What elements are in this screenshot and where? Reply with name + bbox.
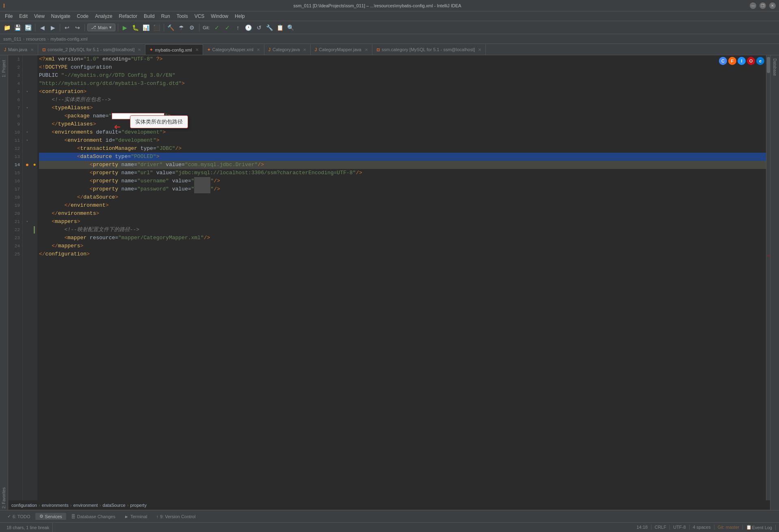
git-revert-btn[interactable]: ↺: [255, 23, 264, 32]
services-label: Services: [45, 514, 62, 519]
status-encoding[interactable]: UTF-8: [670, 525, 689, 530]
run-button[interactable]: ▶: [121, 23, 130, 32]
close-button[interactable]: ✕: [769, 2, 776, 9]
menu-build[interactable]: Build: [141, 13, 158, 20]
git-stash-btn[interactable]: 🔧: [265, 23, 274, 32]
edge-icon[interactable]: e: [756, 57, 764, 65]
git-push-btn[interactable]: ✓: [223, 23, 232, 32]
status-line-sep[interactable]: CRLF: [651, 525, 670, 530]
tab-close-main-java[interactable]: ✕: [30, 48, 34, 52]
git-commit-btn[interactable]: ✓: [212, 23, 221, 32]
toolbar-back-btn[interactable]: ◀: [38, 23, 47, 32]
tab-category-java[interactable]: J Category.java ✕: [264, 44, 311, 55]
window-title: ssm_011 [D:\IdeaProjects\ssm_011] – ...\…: [5, 3, 750, 8]
bookmark-icon: ●: [33, 161, 36, 169]
minimize-button[interactable]: —: [750, 2, 756, 9]
toolbar-sync-btn[interactable]: 🔄: [24, 23, 32, 32]
tab-main-java[interactable]: J Main.java ✕: [0, 44, 38, 55]
bottom-tab-db-changes[interactable]: 🗄 Database Changes: [67, 513, 119, 520]
tab-console2[interactable]: ⊡ console_2 [MySQL for 5.1 - ssm@localho…: [38, 44, 145, 55]
path-file[interactable]: mybatis-config.xml: [50, 37, 87, 41]
bottom-tab-version-control[interactable]: ↑ 9: Version Control: [152, 513, 199, 520]
line-num-24: 24: [8, 242, 20, 250]
menu-vcs[interactable]: VCS: [191, 13, 208, 20]
debug-button[interactable]: 🐛: [131, 23, 140, 32]
coverage-btn[interactable]: ☂: [177, 23, 186, 32]
menu-view[interactable]: View: [31, 13, 48, 20]
tab-close-ssm-category[interactable]: ✕: [478, 48, 481, 52]
menu-refactor[interactable]: Refactor: [116, 13, 141, 20]
menu-analyze[interactable]: Analyze: [92, 13, 116, 20]
path-resources[interactable]: resources: [26, 37, 45, 41]
line-num-11: 11: [8, 136, 20, 145]
tab-ssm-category[interactable]: ⊡ ssm.category [MySQL for 5.1 - ssm@loca…: [372, 44, 486, 55]
toolbar-redo-btn[interactable]: ↪: [73, 23, 82, 32]
breakpoint-icon: ●: [26, 161, 29, 169]
v-scrollbar[interactable]: [766, 55, 770, 500]
bc-environment[interactable]: environment: [73, 503, 98, 508]
bc-datasource[interactable]: dataSource: [103, 503, 126, 508]
bottom-tab-terminal[interactable]: ► Terminal: [120, 513, 151, 520]
menu-tools[interactable]: Tools: [173, 13, 191, 20]
settings-btn[interactable]: ⚙: [188, 23, 197, 32]
branch-selector[interactable]: ⎇ Main ▾: [87, 24, 115, 31]
bottom-tab-todo[interactable]: ✓ 6: TODO: [3, 513, 35, 520]
opera-icon[interactable]: O: [747, 57, 755, 65]
menu-run[interactable]: Run: [158, 13, 173, 20]
bc-property[interactable]: property: [130, 503, 147, 508]
menu-window[interactable]: Window: [208, 13, 232, 20]
bc-configuration[interactable]: configuration: [11, 503, 37, 508]
gutter-17: [23, 185, 32, 193]
toolbar-undo-btn[interactable]: ↩: [63, 23, 71, 32]
vc-icon: ↑: [156, 514, 158, 519]
status-git[interactable]: Git: master: [714, 525, 743, 530]
bc-environments[interactable]: environments: [42, 503, 69, 508]
toolbar-project-btn[interactable]: 📁: [2, 23, 11, 32]
g2-7: [32, 104, 37, 112]
scroll-thumb[interactable]: [767, 57, 770, 73]
git-shelf-btn[interactable]: 📋: [276, 23, 285, 32]
build-btn[interactable]: 🔨: [167, 23, 175, 32]
menu-help[interactable]: Help: [232, 13, 248, 20]
bc-sep1: ›: [39, 503, 40, 508]
status-chars[interactable]: 18 chars, 1 line break: [3, 523, 53, 532]
line-sep-text: CRLF: [655, 525, 666, 530]
line-num-9: 9: [8, 120, 20, 128]
todo-label: 6: TODO: [13, 514, 30, 519]
favorites-panel-label[interactable]: 2: Favorites: [1, 486, 7, 510]
tab-close-categorymapper-java[interactable]: ✕: [365, 48, 368, 52]
tab-categorymapper-java[interactable]: J CategoryMapper.java ✕: [311, 44, 372, 55]
tab-close-category-mapper[interactable]: ✕: [257, 48, 260, 52]
main-area: 1: Project 2: Favorites C F I O e 实体类所在的…: [0, 55, 779, 510]
status-event-log[interactable]: 📋 Event Log: [743, 525, 776, 530]
chrome-icon[interactable]: C: [719, 57, 727, 65]
tab-close-mybatis[interactable]: ✕: [195, 48, 199, 52]
project-panel-label[interactable]: 1: Project: [1, 58, 7, 79]
encoding-text: UTF-8: [673, 525, 686, 530]
search-btn[interactable]: 🔍: [286, 23, 295, 32]
tab-category-mapper[interactable]: ✦ CategoryMapper.xml ✕: [203, 44, 265, 55]
menu-navigate[interactable]: Navigate: [48, 13, 74, 20]
git-update-btn[interactable]: ↑: [234, 23, 242, 32]
ie-icon[interactable]: I: [738, 57, 746, 65]
tab-close-console2[interactable]: ✕: [138, 48, 141, 52]
bottom-tab-services[interactable]: ⚙ Services: [35, 513, 66, 520]
profile-button[interactable]: 📊: [142, 23, 151, 32]
g2-18: [32, 193, 37, 201]
g2-21: [32, 218, 37, 226]
toolbar-save-btn[interactable]: 💾: [13, 23, 22, 32]
path-project[interactable]: ssm_011: [3, 37, 22, 41]
firefox-icon[interactable]: F: [728, 57, 736, 65]
maximize-button[interactable]: ❐: [760, 2, 766, 9]
toolbar-forward-btn[interactable]: ▶: [48, 23, 57, 32]
status-line-col[interactable]: 14:18: [633, 525, 651, 530]
menu-code[interactable]: Code: [74, 13, 92, 20]
tab-close-category-java[interactable]: ✕: [303, 48, 306, 52]
tab-mybatis-config[interactable]: ✦ mybatis-config.xml ✕: [145, 44, 203, 55]
menu-file[interactable]: File: [2, 13, 16, 20]
database-panel-label[interactable]: Database: [772, 57, 778, 78]
git-history-btn[interactable]: 🕐: [244, 23, 253, 32]
status-indent[interactable]: 4 spaces: [690, 525, 714, 530]
menu-edit[interactable]: Edit: [16, 13, 31, 20]
stop-button[interactable]: ⬛: [152, 23, 161, 32]
